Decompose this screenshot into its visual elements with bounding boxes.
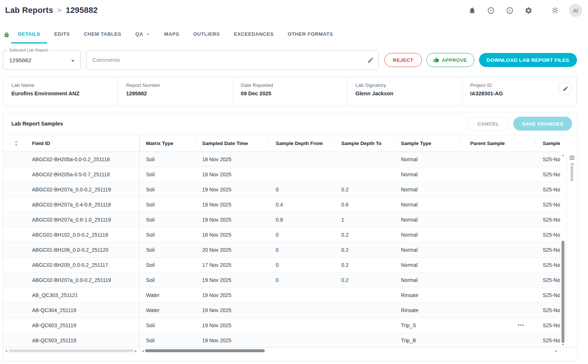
dropdown-arrow-icon xyxy=(69,57,77,66)
cell-depth-from: 0 xyxy=(268,182,334,197)
cell-parent-sample xyxy=(461,333,535,348)
table-row[interactable]: AB-QC603_251119 Soil 19 Nov 2025 Trip_S … xyxy=(3,318,560,333)
tab-chem-tables[interactable]: CHEM TABLES xyxy=(77,26,128,43)
vertical-scrollbar-thumb[interactable] xyxy=(561,241,564,343)
cell-matrix-type: Soil xyxy=(139,197,196,212)
cell-sampled-date: 19 Nov 2025 xyxy=(196,182,268,197)
table-row[interactable]: AB-QC304_251119 Water 19 Nov 2025 Rinsat… xyxy=(3,303,560,318)
tab-details[interactable]: DETAILS xyxy=(11,26,47,43)
samples-table-viewport: Field ID Matrix Type Sampled Date Time S… xyxy=(3,135,560,348)
row-more-options-icon[interactable]: ••• xyxy=(518,323,524,327)
column-header-matrix-type[interactable]: Matrix Type xyxy=(139,135,196,152)
table-row[interactable]: ABGC02-BH205a-0.0-0.2_251118 Soil 18 Nov… xyxy=(3,152,560,167)
column-header-field-id[interactable]: Field ID xyxy=(29,135,139,152)
cell-parent-sample xyxy=(461,152,535,167)
main-hscrollbar[interactable]: ◄ ► xyxy=(140,347,560,354)
tab-qa[interactable]: QA xyxy=(128,26,157,43)
unfold-sort-icon xyxy=(3,141,29,146)
cell-parent-sample xyxy=(461,227,535,242)
table-row[interactable]: ABGC02-BH205a-0.5-0.7_251118 Soil 18 Nov… xyxy=(3,167,560,182)
cell-sample-code: S25-No xyxy=(535,182,560,197)
cell-sample-type: Normal xyxy=(394,182,461,197)
info-field-report-number: Report Number 1295882 xyxy=(118,77,232,106)
help-icon[interactable]: ? xyxy=(486,6,495,15)
frozen-hscrollbar-thumb[interactable] xyxy=(9,349,134,352)
lab-reports-app: Lab Reports > 1295882 ? i Al xyxy=(0,0,588,364)
info-icon[interactable]: i xyxy=(505,6,514,15)
edit-report-info-button[interactable] xyxy=(559,82,572,95)
cell-depth-to xyxy=(334,167,394,182)
cell-parent-sample xyxy=(461,303,535,318)
save-changes-button[interactable]: SAVE CHANGES xyxy=(513,117,572,131)
cell-parent-sample xyxy=(461,257,535,272)
cell-field-id: AB-QC603_251119 xyxy=(29,318,139,333)
cell-sample-code: S25-No xyxy=(535,212,560,227)
cell-depth-from: 0 xyxy=(268,257,334,272)
table-row[interactable]: AB_QC303_251121 Water 19 Nov 2025 Rinsat… xyxy=(3,287,560,303)
horizontal-scrollbar-strip: ◄ ► ◄ ► xyxy=(3,347,577,354)
notifications-icon[interactable] xyxy=(468,6,476,15)
scroll-down-arrow[interactable]: ▼ xyxy=(560,342,566,347)
settings-icon[interactable] xyxy=(524,6,533,15)
tab-edits[interactable]: EDITS xyxy=(47,26,77,43)
cell-depth-to xyxy=(334,287,394,303)
theme-toggle-icon[interactable] xyxy=(550,6,559,15)
tab-other-formats[interactable]: OTHER FORMATS xyxy=(281,26,340,43)
vertical-scrollbar[interactable]: ▲ ▼ xyxy=(560,152,566,348)
samples-tbody: ABGC02-BH205a-0.0-0.2_251118 Soil 18 Nov… xyxy=(3,152,560,348)
cell-depth-from: 0 xyxy=(268,272,334,287)
scroll-right-arrow[interactable]: ► xyxy=(554,347,559,354)
edit-pencil-icon[interactable] xyxy=(367,57,374,64)
main-hscrollbar-thumb[interactable] xyxy=(145,349,265,352)
table-row[interactable]: ABGC02-BH207a_0.4-0.6_251118 Soil 19 Nov… xyxy=(3,197,560,212)
column-header-parent-sample[interactable]: Parent Sample xyxy=(461,135,535,152)
tab-exceedances[interactable]: EXCEEDANCES xyxy=(227,26,281,43)
table-row[interactable]: ABCG01-BH102_0.0-0.2_251118 Soil 18 Nov … xyxy=(3,227,560,242)
cell-depth-to: 0.2 xyxy=(334,227,394,242)
breadcrumb: Lab Reports > 1295882 xyxy=(5,6,98,15)
cell-parent-sample xyxy=(461,242,535,257)
frozen-pane-hscrollbar[interactable]: ◄ ► xyxy=(3,347,140,354)
info-field-lab-signatory: Lab Signatory Glenn Jackson xyxy=(347,77,462,106)
lab-report-select[interactable]: Selected Lab Report 1295882 xyxy=(3,50,81,70)
table-row[interactable]: ABGC01-BH106_0.0-0.2_251120 Soil 20 Nov … xyxy=(3,242,560,257)
table-row[interactable]: ABGC02-BH207a_0.0-0.2_251119 Soil 19 Nov… xyxy=(3,272,560,287)
table-row[interactable]: AB-QC503_251119 Soil 19 Nov 2025 Trip_B … xyxy=(3,333,560,348)
cell-sample-code: S25-No xyxy=(535,272,560,287)
column-header-sample-depth-to[interactable]: Sample Depth To xyxy=(334,135,394,152)
column-header-sample-code[interactable]: Sample Co xyxy=(535,135,560,152)
tab-maps[interactable]: MAPS xyxy=(157,26,186,43)
column-header-sample-depth-from[interactable]: Sample Depth From xyxy=(268,135,334,152)
table-row[interactable]: ABGC02-BH205_0.0-0.2_251117 Soil 17 Nov … xyxy=(3,257,560,272)
cell-field-id: ABGC02-BH205_0.0-0.2_251117 xyxy=(29,257,139,272)
table-row[interactable]: ABGC02-BH207a_0.0-0.2_251119 Soil 19 Nov… xyxy=(3,182,560,197)
reject-button[interactable]: REJECT xyxy=(384,53,422,67)
scrollbar-corner xyxy=(560,347,577,354)
cell-depth-from xyxy=(268,152,334,167)
cell-field-id: ABGC02-BH205a-0.0-0.2_251118 xyxy=(29,152,139,167)
cell-depth-from: 0.8 xyxy=(268,212,334,227)
column-header-sample-type[interactable]: Sample Type xyxy=(394,135,461,152)
user-avatar[interactable]: Al xyxy=(569,4,582,17)
columns-panel-toggle[interactable]: Columns xyxy=(566,152,577,348)
cell-sample-code: S25-No xyxy=(535,242,560,257)
tab-outliers[interactable]: OUTLIERS xyxy=(186,26,227,43)
breadcrumb-section[interactable]: Lab Reports xyxy=(5,6,53,15)
controls-row: Selected Lab Report 1295882 REJECT APPRO… xyxy=(3,49,577,71)
table-row[interactable]: ABGC02-BH207a_0.8-1.0_251119 Soil 19 Nov… xyxy=(3,212,560,227)
scroll-right-arrow[interactable]: ► xyxy=(133,347,138,354)
scroll-left-arrow[interactable]: ◄ xyxy=(4,347,9,354)
svg-text:i: i xyxy=(509,8,510,13)
cell-field-id: ABGC02-BH207a_0.8-1.0_251119 xyxy=(29,212,139,227)
lab-report-select-label: Selected Lab Report xyxy=(7,48,50,52)
cancel-button[interactable]: CANCEL xyxy=(467,117,510,131)
download-lab-report-files-button[interactable]: DOWNLOAD LAB REPORT FILES xyxy=(479,53,577,67)
scroll-left-arrow[interactable]: ◄ xyxy=(140,347,145,354)
cell-field-id: AB-QC304_251119 xyxy=(29,303,139,318)
column-header-sampled-date-time[interactable]: Sampled Date Time xyxy=(196,135,268,152)
sort-all-header[interactable] xyxy=(3,135,29,152)
approve-button[interactable]: APPROVE xyxy=(426,53,474,67)
scroll-up-arrow[interactable]: ▲ xyxy=(560,152,566,158)
comments-input[interactable] xyxy=(92,57,367,63)
cell-field-id: AB-QC503_251119 xyxy=(29,333,139,348)
